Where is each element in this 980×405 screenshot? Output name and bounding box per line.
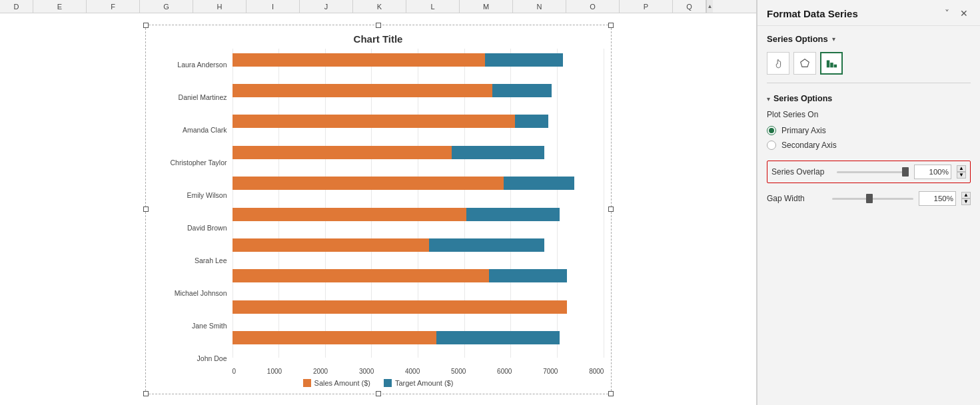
target-bar[interactable]: [489, 269, 567, 282]
target-bar[interactable]: [492, 84, 552, 97]
sales-bar[interactable]: [233, 146, 452, 159]
col-header-e: E: [33, 0, 87, 13]
pentagon-icon: [799, 57, 811, 69]
target-bar[interactable]: [466, 208, 560, 221]
bar-row: [233, 177, 604, 198]
series-options-header[interactable]: Series Options ▾: [767, 34, 971, 44]
bars-container: [233, 49, 604, 375]
series-overlap-slider[interactable]: [837, 171, 909, 173]
resize-handle-tl[interactable]: [143, 23, 149, 28]
col-header-f: F: [87, 0, 140, 13]
panel-collapse-btn[interactable]: ˅: [942, 7, 952, 20]
col-headers: D E F G H I J K L M N O P Q ▲: [0, 0, 756, 13]
resize-handle-br[interactable]: [608, 391, 614, 396]
chart-body: Laura AndersonDaniel MartinezAmanda Clar…: [153, 49, 604, 375]
resize-handle-tc[interactable]: [376, 23, 381, 28]
fill-icon-btn[interactable]: [767, 52, 789, 75]
panel-close-btn[interactable]: ✕: [957, 7, 971, 20]
secondary-axis-radio[interactable]: Secondary Axis: [767, 141, 971, 150]
series-options-collapse-icon: ▾: [767, 95, 770, 103]
panel-header: Format Data Series ˅ ✕: [757, 0, 980, 26]
gap-width-spin: ▲ ▼: [961, 192, 971, 205]
panel-body: Series Options ▾: [757, 26, 980, 405]
series-overlap-row: Series Overlap ▲ ▼: [767, 161, 971, 183]
right-panel: Format Data Series ˅ ✕ Series Options ▾: [757, 0, 980, 405]
svg-rect-1: [827, 61, 830, 68]
target-bar[interactable]: [429, 238, 544, 252]
panel-header-actions: ˅ ✕: [942, 7, 971, 20]
secondary-axis-radio-circle[interactable]: [767, 141, 776, 150]
bar-row: [233, 300, 604, 322]
y-label: David Brown: [153, 224, 227, 232]
y-label: Laura Anderson: [153, 61, 227, 69]
sales-bar[interactable]: [233, 53, 485, 67]
series-option-icons: [767, 52, 971, 83]
primary-axis-radio[interactable]: Primary Axis: [767, 126, 971, 135]
target-bar[interactable]: [515, 115, 548, 128]
col-header-m: M: [460, 0, 513, 13]
chart-wrapper: Chart Title Laura AndersonDaniel Martine…: [0, 13, 756, 405]
sales-bar[interactable]: [233, 115, 515, 128]
primary-axis-label: Primary Axis: [781, 126, 826, 135]
sales-bar[interactable]: [233, 208, 467, 221]
chart-title: Chart Title: [153, 33, 604, 45]
target-bar[interactable]: [504, 177, 574, 190]
effects-icon-btn[interactable]: [793, 52, 816, 75]
axis-radio-group: Primary Axis Secondary Axis: [767, 126, 971, 150]
legend-item: Target Amount ($): [384, 379, 453, 387]
legend-color-swatch: [303, 379, 311, 387]
col-header-l: L: [406, 0, 460, 13]
gap-width-input[interactable]: [919, 191, 956, 206]
col-header-d: D: [0, 0, 33, 13]
series-overlap-spin: ▲ ▼: [957, 165, 966, 179]
gap-width-slider[interactable]: [832, 198, 913, 200]
gap-width-spin-up[interactable]: ▲: [961, 192, 971, 199]
bar-chart-icon-btn[interactable]: [820, 52, 843, 75]
chart-container[interactable]: Chart Title Laura AndersonDaniel Martine…: [145, 25, 612, 394]
series-options-section-title: Series Options: [773, 94, 832, 103]
y-label: Sarah Lee: [153, 256, 227, 265]
series-overlap-input[interactable]: [914, 165, 951, 179]
col-header-h: H: [193, 0, 246, 13]
series-options-chevron: ▾: [832, 35, 835, 43]
gap-width-thumb[interactable]: [866, 194, 873, 203]
legend-label: Target Amount ($): [395, 379, 453, 387]
bar-row: [233, 84, 604, 105]
bar-row: [233, 146, 604, 167]
col-header-g: G: [140, 0, 193, 13]
col-header-k: K: [353, 0, 406, 13]
series-overlap-spin-up[interactable]: ▲: [957, 165, 966, 172]
scroll-up-btn[interactable]: ▲: [706, 0, 713, 13]
series-overlap-thumb[interactable]: [902, 167, 909, 177]
resize-handle-tr[interactable]: [608, 23, 614, 28]
sales-bar[interactable]: [233, 331, 437, 344]
plot-series-label: Plot Series On: [767, 110, 971, 119]
chart-plot: 010002000300040005000600070008000: [233, 49, 604, 375]
sales-bar[interactable]: [233, 177, 504, 190]
sales-bar[interactable]: [233, 269, 489, 282]
gap-width-label: Gap Width: [767, 194, 827, 203]
primary-axis-radio-circle[interactable]: [767, 126, 776, 135]
series-overlap-spin-down[interactable]: ▼: [957, 172, 966, 179]
target-bar[interactable]: [452, 146, 545, 159]
resize-handle-mr[interactable]: [608, 206, 614, 212]
sales-bar[interactable]: [233, 238, 430, 252]
bar-row: [233, 53, 604, 75]
sales-bar[interactable]: [233, 84, 493, 97]
col-header-q: Q: [673, 0, 706, 13]
series-overlap-label: Series Overlap: [771, 167, 831, 177]
series-options-section-header[interactable]: ▾ Series Options: [767, 94, 971, 103]
target-bar[interactable]: [485, 53, 563, 67]
col-header-j: J: [300, 0, 353, 13]
resize-handle-ml[interactable]: [143, 206, 149, 212]
y-label: Jane Smith: [153, 322, 227, 330]
target-bar[interactable]: [436, 331, 559, 344]
sales-bar[interactable]: [233, 300, 567, 314]
resize-handle-bl[interactable]: [143, 391, 149, 396]
legend-item: Sales Amount ($): [303, 379, 370, 387]
legend-color-swatch: [384, 379, 392, 387]
y-label: Michael Johnson: [153, 289, 227, 298]
gap-width-spin-down[interactable]: ▼: [961, 199, 971, 205]
chart-inner: Chart Title Laura AndersonDaniel Martine…: [146, 25, 611, 394]
resize-handle-bc[interactable]: [376, 391, 381, 396]
